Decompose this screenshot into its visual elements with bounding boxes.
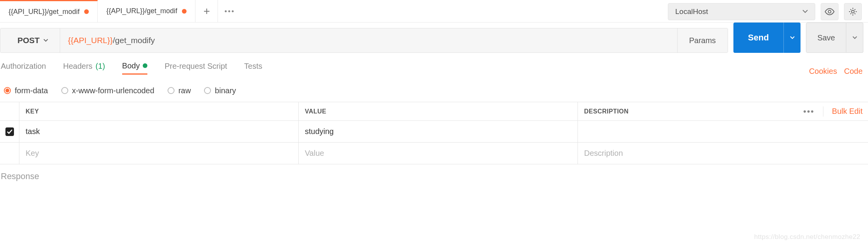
- table-row: task studying: [0, 121, 868, 143]
- send-dropdown-button[interactable]: [783, 23, 801, 53]
- tab-options-button[interactable]: [218, 0, 240, 22]
- settings-button[interactable]: [844, 3, 862, 20]
- new-tab-button[interactable]: [195, 0, 218, 22]
- headers-count: (1): [95, 62, 105, 71]
- tab-headers-label: Headers: [63, 62, 93, 71]
- request-section-tabs: Authorization Headers (1) Body Pre-reque…: [0, 57, 868, 79]
- caret-down-icon: [852, 36, 857, 40]
- col-description-header: DESCRIPTION: [584, 108, 629, 115]
- eye-icon: [825, 8, 835, 15]
- form-data-table: KEY VALUE DESCRIPTION ••• Bulk Edit task…: [0, 102, 868, 164]
- body-type-row: form-data x-www-form-urlencoded raw bina…: [0, 79, 868, 102]
- table-header: KEY VALUE DESCRIPTION ••• Bulk Edit: [0, 102, 868, 121]
- table-header-actions: ••• Bulk Edit: [803, 102, 863, 120]
- radio-form-data[interactable]: form-data: [4, 86, 48, 95]
- http-method-select[interactable]: POST: [0, 28, 60, 52]
- row-value[interactable]: studying: [305, 127, 334, 136]
- unsaved-dot-icon: [182, 9, 187, 14]
- unsaved-dot-icon: [84, 9, 89, 14]
- environment-label: LocalHost: [675, 7, 708, 16]
- tab-tests[interactable]: Tests: [244, 62, 263, 74]
- http-method-label: POST: [17, 36, 40, 45]
- table-columns-button[interactable]: •••: [803, 106, 814, 117]
- value-input[interactable]: Value: [305, 149, 324, 158]
- send-button[interactable]: Send: [733, 23, 784, 53]
- dots-icon: [225, 10, 234, 12]
- send-group: Send: [733, 23, 801, 53]
- url-variable: {{API_URL}}: [68, 36, 113, 45]
- caret-down-icon: [43, 39, 48, 42]
- header-right-controls: LocalHost: [668, 3, 862, 20]
- save-button[interactable]: Save: [806, 23, 846, 53]
- svg-point-1: [228, 10, 230, 12]
- save-dropdown-button[interactable]: [846, 23, 863, 53]
- tab-headers[interactable]: Headers (1): [63, 62, 105, 74]
- save-group: Save: [806, 23, 863, 53]
- row-key[interactable]: task: [26, 127, 40, 136]
- radio-icon: [61, 87, 68, 94]
- description-input[interactable]: Description: [584, 149, 623, 158]
- caret-down-icon: [790, 36, 795, 40]
- body-active-dot-icon: [143, 63, 147, 68]
- cookies-link[interactable]: Cookies: [809, 67, 837, 76]
- tab-prerequest[interactable]: Pre-request Script: [164, 62, 227, 74]
- check-icon: [7, 129, 13, 134]
- svg-point-0: [225, 10, 227, 12]
- table-row-new: Key Value Description: [0, 143, 868, 164]
- code-link[interactable]: Code: [844, 67, 863, 76]
- radio-binary[interactable]: binary: [204, 86, 236, 95]
- section-right-links: Cookies Code: [809, 67, 863, 76]
- tab-label: {{API_URL}}/get_modif: [9, 8, 80, 16]
- radio-raw[interactable]: raw: [168, 86, 191, 95]
- col-key-header: KEY: [26, 108, 39, 115]
- radio-label: x-www-form-urlencoded: [72, 86, 154, 95]
- params-label: Params: [689, 36, 716, 45]
- tab-body[interactable]: Body: [122, 61, 148, 75]
- tabbar: {{API_URL}}/get_modif {{API_URL}}/get_mo…: [0, 0, 868, 23]
- url-path: /get_modify: [113, 36, 155, 45]
- radio-label: raw: [178, 86, 191, 95]
- divider-icon: [823, 106, 823, 117]
- environment-select[interactable]: LocalHost: [668, 3, 815, 20]
- row-checkbox-placeholder: [0, 143, 19, 164]
- svg-point-4: [852, 10, 854, 13]
- radio-label: form-data: [15, 86, 48, 95]
- svg-point-3: [828, 10, 831, 13]
- row-checkbox[interactable]: [5, 127, 14, 136]
- tab-label: {{API_URL}}/get_modif: [106, 7, 177, 15]
- radio-icon: [168, 87, 175, 94]
- radio-urlencoded[interactable]: x-www-form-urlencoded: [61, 86, 154, 95]
- plus-icon: [203, 7, 211, 15]
- tab-request-1[interactable]: {{API_URL}}/get_modif: [0, 0, 98, 22]
- params-button[interactable]: Params: [677, 28, 728, 52]
- key-input[interactable]: Key: [26, 149, 39, 158]
- svg-point-2: [232, 10, 234, 12]
- tab-body-label: Body: [122, 61, 140, 70]
- response-section-label: Response: [0, 164, 868, 184]
- tab-authorization[interactable]: Authorization: [1, 62, 46, 74]
- bulk-edit-link[interactable]: Bulk Edit: [832, 107, 863, 116]
- environment-quicklook-button[interactable]: [821, 3, 839, 20]
- radio-icon: [4, 87, 11, 94]
- col-value-header: VALUE: [305, 108, 327, 115]
- caret-down-icon: [802, 10, 808, 14]
- url-input[interactable]: {{API_URL}}/get_modify: [60, 28, 677, 52]
- tab-request-2[interactable]: {{API_URL}}/get_modif: [98, 0, 195, 22]
- col-check-header: [0, 102, 19, 120]
- gear-icon: [848, 7, 858, 16]
- radio-icon: [204, 87, 211, 94]
- radio-label: binary: [215, 86, 236, 95]
